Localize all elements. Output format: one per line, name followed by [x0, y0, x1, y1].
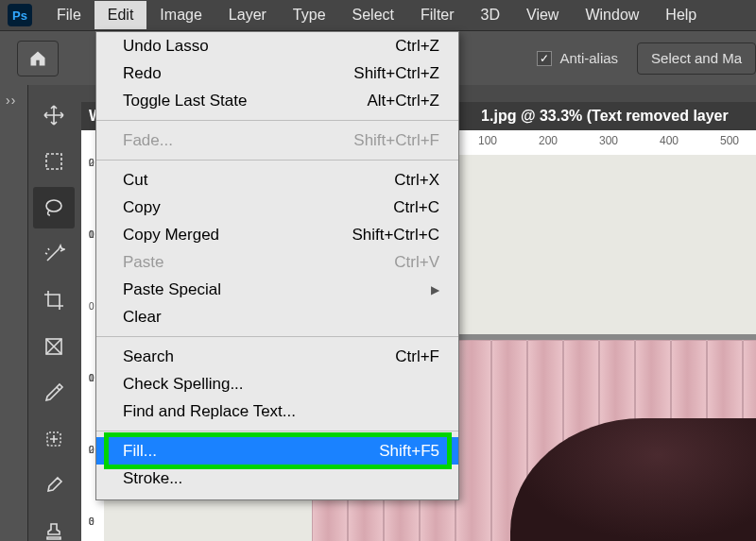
- ruler-tick: 500: [720, 134, 739, 147]
- menu-bar: Ps FileEditImageLayerTypeSelectFilter3DV…: [0, 0, 756, 31]
- frame-tool[interactable]: [33, 326, 75, 367]
- menu-item-cut[interactable]: CutCtrl+X: [96, 166, 458, 194]
- menu-file[interactable]: File: [43, 1, 94, 29]
- anti-alias-label: Anti-alias: [559, 50, 618, 66]
- menu-item-check-spelling[interactable]: Check Spelling...: [96, 370, 458, 397]
- menu-layer[interactable]: Layer: [215, 1, 280, 29]
- svg-point-1: [46, 200, 61, 211]
- menu-type[interactable]: Type: [280, 1, 339, 29]
- menu-view[interactable]: View: [513, 1, 572, 29]
- home-button[interactable]: [17, 41, 59, 76]
- ruler-tick: 300: [599, 134, 618, 147]
- anti-alias-option[interactable]: ✓ Anti-alias: [537, 50, 618, 66]
- menu-edit[interactable]: Edit: [94, 1, 147, 29]
- anti-alias-checkbox[interactable]: ✓: [537, 51, 552, 66]
- menu-3d[interactable]: 3D: [468, 1, 513, 29]
- menu-image[interactable]: Image: [146, 1, 215, 29]
- select-and-mask-button[interactable]: Select and Ma: [637, 42, 756, 75]
- toolbox: [28, 90, 79, 541]
- magic-wand-tool[interactable]: [33, 233, 75, 275]
- menu-item-find-and-replace-text[interactable]: Find and Replace Text...: [96, 397, 458, 425]
- menu-window[interactable]: Window: [572, 1, 652, 29]
- tab-text-right: 1.jpg @ 33.3% (Text removed layer: [481, 108, 729, 125]
- stamp-tool[interactable]: [33, 511, 75, 541]
- move-tool[interactable]: [33, 94, 75, 136]
- menu-item-copy[interactable]: CopyCtrl+C: [96, 194, 458, 221]
- menu-item-fill[interactable]: Fill...Shift+F5: [96, 437, 458, 465]
- home-icon: [27, 49, 48, 68]
- ruler-tick: 400: [660, 134, 679, 147]
- menu-item-paste: PasteCtrl+V: [96, 248, 458, 276]
- lasso-tool[interactable]: [33, 187, 75, 228]
- menu-item-undo-lasso[interactable]: Undo LassoCtrl+Z: [96, 32, 458, 59]
- menu-item-redo[interactable]: RedoShift+Ctrl+Z: [96, 59, 458, 87]
- svg-rect-0: [46, 154, 61, 169]
- menu-item-fade: Fade...Shift+Ctrl+F: [96, 127, 458, 154]
- marquee-tool[interactable]: [33, 141, 75, 182]
- menu-select[interactable]: Select: [339, 1, 407, 29]
- menu-filter[interactable]: Filter: [407, 1, 468, 29]
- eyedropper-tool[interactable]: [33, 372, 75, 414]
- menu-item-clear[interactable]: Clear: [96, 303, 458, 330]
- app-icon-label: Ps: [12, 8, 27, 23]
- healing-tool[interactable]: [33, 418, 75, 460]
- menu-item-paste-special[interactable]: Paste Special▶: [96, 276, 458, 303]
- edit-menu-dropdown: Undo LassoCtrl+ZRedoShift+Ctrl+ZToggle L…: [95, 31, 459, 500]
- crop-tool[interactable]: [33, 279, 75, 321]
- menu-help[interactable]: Help: [652, 1, 710, 29]
- menu-item-stroke[interactable]: Stroke...: [96, 465, 458, 492]
- ruler-tick: 100: [478, 134, 497, 147]
- brush-tool[interactable]: [33, 465, 75, 506]
- app-icon: Ps: [8, 4, 32, 26]
- menu-item-copy-merged[interactable]: Copy MergedShift+Ctrl+C: [96, 221, 458, 248]
- menu-item-search[interactable]: SearchCtrl+F: [96, 343, 458, 370]
- ruler-tick: 200: [539, 134, 558, 147]
- menu-item-toggle-last-state[interactable]: Toggle Last StateAlt+Ctrl+Z: [96, 87, 458, 114]
- panel-handle[interactable]: ››: [0, 85, 28, 541]
